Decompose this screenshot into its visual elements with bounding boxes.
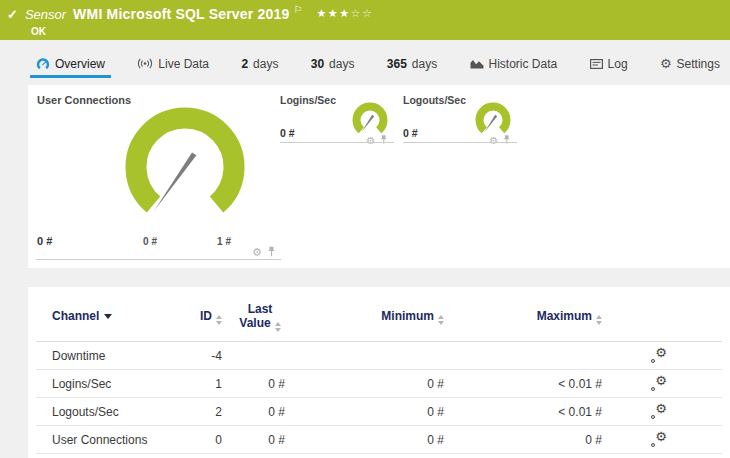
table-row-user-connections: User Connections 0 0 # 0 # 0 # ⚙ <box>28 426 730 454</box>
column-header-label: Minimum <box>381 309 434 323</box>
primary-gauge-value: 0 # <box>37 235 52 247</box>
tab-label: Overview <box>55 57 105 71</box>
gauge-scale-max: 1 # <box>204 236 244 247</box>
logouts-gauge-value: 0 # <box>403 127 418 139</box>
star-filled-icon[interactable]: ★ <box>339 7 350 19</box>
star-empty-icon[interactable]: ☆ <box>362 7 373 19</box>
gauge-settings-icon[interactable]: ⚙ <box>489 135 498 145</box>
channel-name: User Connections <box>52 426 147 454</box>
tab-overview[interactable]: Overview <box>30 52 111 78</box>
gauges-panel: User Connections 0 # 0 # 1 # ⚙ Logins/Se… <box>28 85 730 268</box>
tab-label: days <box>329 57 354 71</box>
channel-name: Logouts/Sec <box>52 398 119 426</box>
channel-minimum: 0 # <box>358 398 444 426</box>
sort-icon <box>216 315 222 325</box>
tab-label: Log <box>608 57 628 71</box>
channel-settings-icon[interactable]: ⚙ <box>650 405 667 420</box>
tab-label: days <box>253 57 278 71</box>
column-header-last-value[interactable]: LastValue <box>232 302 288 332</box>
gear-icon: ⚙ <box>660 57 672 70</box>
sensor-status-header: ✓ Sensor WMI Microsoft SQL Server 2019 ⚐… <box>0 0 730 40</box>
gauge-scale-min: 0 # <box>130 236 170 247</box>
gauge-pin-icon[interactable] <box>503 132 511 148</box>
star-filled-icon[interactable]: ★ <box>328 7 339 19</box>
tab-label: Settings <box>677 57 720 71</box>
tab-historic-data[interactable]: Historic Data <box>464 52 564 78</box>
logouts-gauge-title: Logouts/Sec <box>403 94 466 106</box>
divider <box>36 259 281 260</box>
user-connections-gauge <box>125 107 245 227</box>
column-header-id[interactable]: ID <box>154 309 222 325</box>
tab-settings[interactable]: ⚙ Settings <box>654 52 726 78</box>
tab-log[interactable]: Log <box>584 52 634 78</box>
table-row-logouts: Logouts/Sec 2 0 # 0 # < 0.01 # ⚙ <box>28 398 730 426</box>
tab-label: Live Data <box>158 57 209 71</box>
log-icon <box>590 59 603 69</box>
sensor-kind-label: Sensor <box>25 6 66 23</box>
tab-30-days[interactable]: 30 days <box>305 52 361 78</box>
tab-live-data[interactable]: Live Data <box>131 52 215 78</box>
channel-minimum: 0 # <box>358 426 444 454</box>
channel-settings-icon[interactable]: ⚙ <box>650 433 667 448</box>
channel-id: 2 <box>154 398 222 426</box>
gauge-settings-icon[interactable]: ⚙ <box>366 135 375 145</box>
table-row-logins: Logins/Sec 1 0 # 0 # < 0.01 # ⚙ <box>28 370 730 398</box>
column-header-label: Maximum <box>537 309 592 323</box>
channel-last-value: 0 # <box>232 398 285 426</box>
primary-gauge-title: User Connections <box>37 94 131 106</box>
tab-365-days[interactable]: 365 days <box>381 52 443 78</box>
priority-stars[interactable]: ★★★☆☆ <box>316 7 373 20</box>
logouts-gauge-module: Logouts/Sec 0 # ⚙ <box>403 85 518 147</box>
broadcast-icon <box>137 58 153 69</box>
sensor-status-badge: OK <box>31 26 730 37</box>
gauge-icon <box>36 57 50 71</box>
gauge-toolbar: ⚙ <box>366 132 387 148</box>
sort-icon <box>275 322 281 332</box>
channel-id: 1 <box>154 370 222 398</box>
column-header-label: ID <box>200 309 212 323</box>
channel-table-panel: Channel ID LastValue Minimum Maximum Dow… <box>28 287 730 458</box>
sort-desc-icon <box>104 314 112 319</box>
sensor-title: WMI Microsoft SQL Server 2019 <box>73 6 289 23</box>
channel-settings-icon[interactable]: ⚙ <box>650 349 667 364</box>
table-row-downtime: Downtime -4 ⚙ <box>28 342 730 370</box>
channel-maximum: < 0.01 # <box>520 370 602 398</box>
sort-icon <box>596 315 602 325</box>
logins-gauge-value: 0 # <box>280 127 295 139</box>
channel-settings-icon[interactable]: ⚙ <box>650 377 667 392</box>
sort-icon <box>438 315 444 325</box>
channel-id: 0 <box>154 426 222 454</box>
channel-last-value: 0 # <box>232 426 285 454</box>
logins-gauge-title: Logins/Sec <box>280 94 336 106</box>
sensor-title-row: ✓ Sensor WMI Microsoft SQL Server 2019 ⚐… <box>0 0 730 23</box>
tab-label: Historic Data <box>489 57 558 71</box>
channel-maximum: 0 # <box>520 426 602 454</box>
tab-label-number: 30 <box>311 57 324 71</box>
channel-minimum: 0 # <box>358 370 444 398</box>
column-header-label: Value <box>239 316 270 330</box>
column-header-label: Last <box>248 302 273 316</box>
column-header-channel[interactable]: Channel <box>52 309 112 323</box>
channel-name: Downtime <box>52 342 105 370</box>
logins-gauge-module: Logins/Sec 0 # ⚙ <box>280 85 395 147</box>
divider <box>280 142 394 143</box>
gauge-toolbar: ⚙ <box>489 132 510 148</box>
tab-2-days[interactable]: 2 days <box>235 52 284 78</box>
star-empty-icon[interactable]: ☆ <box>351 7 362 19</box>
area-chart-icon <box>470 58 484 69</box>
tab-label-number: 365 <box>387 57 407 71</box>
star-filled-icon[interactable]: ★ <box>316 7 327 19</box>
divider <box>403 142 517 143</box>
channel-last-value: 0 # <box>232 370 285 398</box>
tab-label-number: 2 <box>241 57 248 71</box>
gauge-settings-icon[interactable]: ⚙ <box>252 247 262 258</box>
column-header-minimum[interactable]: Minimum <box>358 309 444 325</box>
status-check-icon: ✓ <box>7 6 18 23</box>
channel-maximum: < 0.01 # <box>520 398 602 426</box>
column-header-maximum[interactable]: Maximum <box>520 309 602 325</box>
priority-flag-icon[interactable]: ⚐ <box>294 5 303 15</box>
column-header-label: Channel <box>52 309 99 323</box>
gauge-pin-icon[interactable] <box>380 132 388 148</box>
channel-id: -4 <box>154 342 222 370</box>
tab-bar: Overview Live Data 2 days 30 days 365 da… <box>30 52 726 78</box>
